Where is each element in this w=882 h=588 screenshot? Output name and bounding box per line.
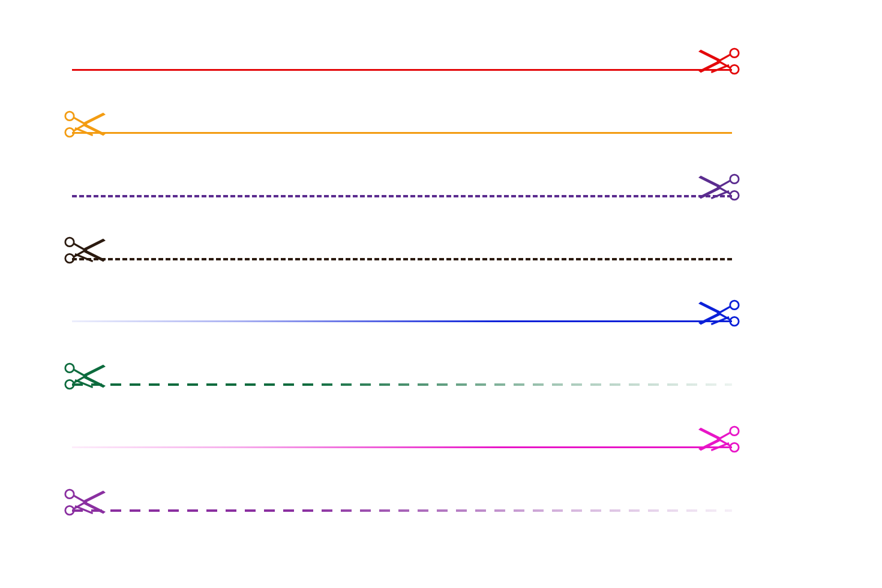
cut-divider-purple (72, 177, 732, 213)
svg-point-17 (65, 380, 74, 388)
scissors-icon (60, 109, 108, 139)
svg-point-19 (730, 427, 739, 435)
svg-point-10 (65, 238, 74, 246)
svg-point-13 (730, 301, 739, 309)
svg-point-16 (65, 364, 74, 372)
cut-line (72, 383, 732, 386)
cut-line (72, 132, 732, 134)
cut-divider-magenta (72, 429, 732, 465)
cut-line (72, 258, 732, 260)
cut-line (72, 446, 732, 448)
scissors-icon (696, 424, 744, 454)
cut-line (72, 195, 732, 197)
cut-line (72, 509, 732, 512)
cut-line (72, 69, 732, 71)
scissors-icon (60, 487, 108, 517)
scissors-icon (60, 361, 108, 391)
cut-divider-orange (72, 114, 732, 150)
svg-point-8 (730, 191, 739, 199)
svg-point-2 (730, 65, 739, 73)
cut-divider-violet (72, 492, 732, 528)
cut-divider-red (72, 51, 732, 87)
svg-point-14 (730, 317, 739, 325)
svg-point-22 (65, 490, 74, 498)
svg-point-1 (730, 49, 739, 57)
cut-divider-blue (72, 303, 732, 339)
svg-point-23 (65, 506, 74, 514)
scissors-icon (60, 235, 108, 265)
svg-point-4 (65, 112, 74, 120)
cut-divider-brown (72, 240, 732, 276)
cut-divider-green (72, 366, 732, 402)
svg-point-7 (730, 175, 739, 183)
cut-line (72, 320, 732, 322)
svg-point-11 (65, 254, 74, 262)
scissors-icon (696, 46, 744, 76)
svg-point-5 (65, 128, 74, 136)
scissors-icon (696, 172, 744, 202)
svg-point-20 (730, 443, 739, 451)
scissors-icon (696, 298, 744, 328)
